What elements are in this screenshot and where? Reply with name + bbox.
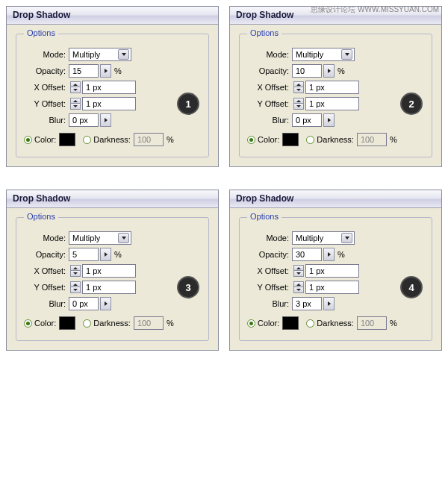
triangle-right-icon bbox=[328, 69, 331, 73]
yoffset-label: Y Offset: bbox=[247, 99, 292, 108]
mode-value: Multiply bbox=[296, 50, 323, 59]
xoffset-label: X Offset: bbox=[247, 266, 292, 275]
color-swatch[interactable] bbox=[282, 316, 299, 330]
triangle-right-icon bbox=[105, 252, 108, 257]
darkness-input: 100 bbox=[134, 316, 164, 330]
triangle-right-icon bbox=[328, 118, 331, 122]
opacity-input[interactable]: 10 bbox=[292, 64, 322, 78]
blur-input[interactable]: 0 px bbox=[69, 113, 99, 127]
blur-slider-button[interactable] bbox=[323, 113, 335, 127]
mode-select[interactable]: Multiply bbox=[69, 231, 131, 245]
number-badge: 4 bbox=[400, 276, 423, 298]
options-legend: Options bbox=[247, 28, 281, 37]
triangle-right-icon bbox=[105, 118, 108, 122]
xoffset-input[interactable]: 1 px bbox=[82, 81, 136, 94]
color-label: Color: bbox=[258, 319, 279, 328]
yoffset-label: Y Offset: bbox=[24, 99, 69, 108]
yoffset-stepper[interactable] bbox=[70, 98, 81, 110]
xoffset-input[interactable]: 1 px bbox=[305, 81, 359, 94]
stepper-up-icon[interactable] bbox=[70, 98, 81, 104]
color-swatch[interactable] bbox=[282, 133, 299, 146]
panel-body: Options Mode: Multiply Opacity: 5 % X Of… bbox=[7, 208, 218, 350]
stepper-up-icon[interactable] bbox=[293, 98, 304, 104]
darkness-radio[interactable] bbox=[83, 319, 91, 328]
triangle-right-icon bbox=[328, 252, 331, 257]
xoffset-stepper[interactable] bbox=[70, 265, 81, 277]
mode-select[interactable]: Multiply bbox=[69, 48, 131, 61]
opacity-slider-button[interactable] bbox=[323, 64, 335, 78]
stepper-down-icon[interactable] bbox=[293, 104, 304, 110]
opacity-slider-button[interactable] bbox=[100, 64, 111, 78]
blur-slider-button[interactable] bbox=[100, 297, 111, 310]
color-swatch[interactable] bbox=[59, 316, 75, 330]
chevron-down-icon[interactable] bbox=[118, 233, 129, 243]
yoffset-input[interactable]: 1 px bbox=[305, 281, 359, 294]
mode-value: Multiply bbox=[72, 234, 100, 242]
color-label: Color: bbox=[34, 319, 56, 328]
mode-value: Multiply bbox=[72, 50, 100, 59]
yoffset-input[interactable]: 1 px bbox=[82, 97, 136, 110]
mode-select[interactable]: Multiply bbox=[292, 231, 355, 245]
xoffset-stepper[interactable] bbox=[293, 265, 304, 277]
opacity-slider-button[interactable] bbox=[323, 248, 335, 261]
stepper-up-icon[interactable] bbox=[293, 265, 304, 271]
blur-input[interactable]: 0 px bbox=[69, 297, 99, 310]
number-badge: 2 bbox=[400, 93, 423, 115]
stepper-down-icon[interactable] bbox=[293, 87, 304, 93]
percent-suffix: % bbox=[114, 66, 122, 75]
blur-slider-button[interactable] bbox=[100, 113, 111, 127]
darkness-radio[interactable] bbox=[306, 136, 314, 144]
stepper-down-icon[interactable] bbox=[70, 87, 81, 93]
opacity-input[interactable]: 30 bbox=[292, 248, 322, 261]
drop-shadow-panel: Drop Shadow Options Mode: Multiply Opaci… bbox=[6, 6, 219, 167]
blur-input[interactable]: 3 px bbox=[292, 297, 322, 310]
stepper-up-icon[interactable] bbox=[70, 81, 81, 87]
yoffset-stepper[interactable] bbox=[293, 98, 304, 110]
yoffset-input[interactable]: 1 px bbox=[82, 281, 136, 294]
options-fieldset: Options Mode: Multiply Opacity: 10 % X O… bbox=[239, 34, 432, 157]
yoffset-label: Y Offset: bbox=[247, 283, 292, 292]
mode-select[interactable]: Multiply bbox=[292, 48, 355, 61]
chevron-down-icon[interactable] bbox=[118, 49, 129, 60]
stepper-down-icon[interactable] bbox=[70, 271, 81, 277]
options-legend: Options bbox=[24, 28, 58, 37]
opacity-input[interactable]: 15 bbox=[69, 64, 99, 78]
darkness-input: 100 bbox=[357, 316, 387, 330]
stepper-down-icon[interactable] bbox=[293, 271, 304, 277]
xoffset-stepper[interactable] bbox=[70, 81, 81, 93]
yoffset-stepper[interactable] bbox=[293, 281, 304, 293]
mode-value: Multiply bbox=[296, 234, 323, 242]
color-radio[interactable] bbox=[247, 136, 255, 144]
xoffset-input[interactable]: 1 px bbox=[82, 264, 136, 278]
triangle-right-icon bbox=[105, 301, 108, 306]
stepper-up-icon[interactable] bbox=[70, 281, 81, 287]
stepper-down-icon[interactable] bbox=[293, 287, 304, 293]
color-swatch[interactable] bbox=[59, 133, 75, 146]
stepper-up-icon[interactable] bbox=[293, 81, 304, 87]
xoffset-input[interactable]: 1 px bbox=[305, 264, 359, 278]
color-radio[interactable] bbox=[247, 319, 255, 328]
chevron-down-icon[interactable] bbox=[341, 233, 352, 243]
stepper-up-icon[interactable] bbox=[293, 281, 304, 287]
darkness-input: 100 bbox=[357, 133, 387, 146]
options-legend: Options bbox=[247, 212, 281, 221]
opacity-input[interactable]: 5 bbox=[69, 248, 99, 261]
xoffset-stepper[interactable] bbox=[293, 81, 304, 93]
yoffset-stepper[interactable] bbox=[70, 281, 81, 293]
number-badge: 3 bbox=[177, 276, 199, 298]
darkness-radio[interactable] bbox=[306, 319, 314, 328]
opacity-label: Opacity: bbox=[247, 250, 292, 259]
color-radio[interactable] bbox=[24, 319, 32, 328]
options-fieldset: Options Mode: Multiply Opacity: 30 % X O… bbox=[239, 217, 432, 341]
darkness-radio[interactable] bbox=[83, 136, 91, 144]
blur-slider-button[interactable] bbox=[323, 297, 335, 310]
stepper-up-icon[interactable] bbox=[70, 265, 81, 271]
stepper-down-icon[interactable] bbox=[70, 287, 81, 293]
opacity-slider-button[interactable] bbox=[100, 248, 111, 261]
options-legend: Options bbox=[24, 212, 58, 221]
stepper-down-icon[interactable] bbox=[70, 104, 81, 110]
yoffset-input[interactable]: 1 px bbox=[305, 97, 359, 110]
blur-input[interactable]: 0 px bbox=[292, 113, 322, 127]
chevron-down-icon[interactable] bbox=[341, 49, 352, 60]
color-radio[interactable] bbox=[24, 136, 32, 144]
